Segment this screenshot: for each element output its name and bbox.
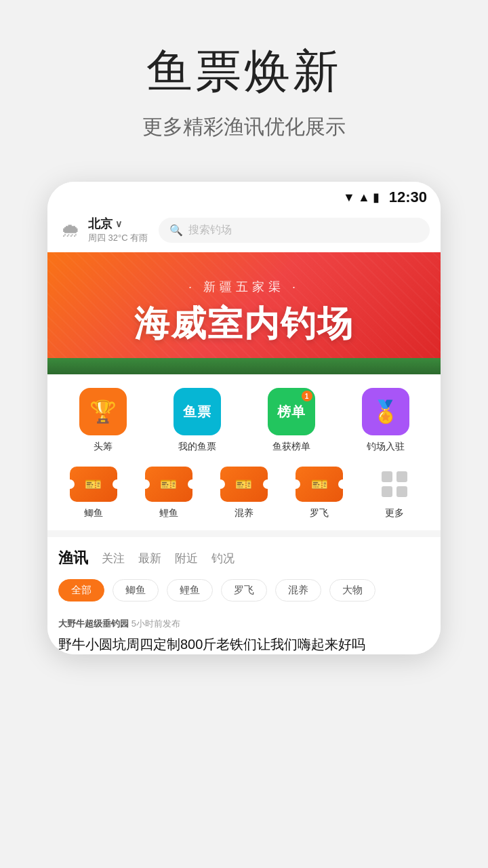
status-icons: ▼ ▲ ▮ [343, 190, 380, 205]
ticket-hunyang-icon: 🎫 [220, 467, 268, 502]
news-header: 渔讯 关注 最新 附近 钓况 [47, 537, 441, 574]
phone-mockup-wrap: ▼ ▲ ▮ 12:30 🌧 北京 ∨ 周四 32°C 有雨 [0, 168, 488, 654]
ticket-luofei-icon: 🎫 [296, 467, 343, 502]
banner-bg-decoration [47, 252, 441, 374]
filter-chip-liyu[interactable]: 鲤鱼 [167, 579, 213, 601]
ticket-icon-inner-hunyang: 🎫 [235, 476, 252, 492]
location-area[interactable]: 🌧 北京 ∨ 周四 32°C 有雨 [58, 216, 148, 244]
bangdan-label: 鱼获榜单 [272, 441, 310, 453]
quick-icons-row: 🏆 头筹 鱼票 我的鱼票 榜单 1 鱼获榜单 🏅 [47, 374, 441, 458]
city-row[interactable]: 北京 ∨ [88, 216, 148, 232]
cat-hunyang-label: 混养 [235, 507, 253, 519]
more-dots-grid [382, 471, 407, 497]
cat-luofei-label: 罗飞 [310, 507, 329, 519]
news-main-tab[interactable]: 渔讯 [58, 548, 88, 568]
news-tab-guanzhu[interactable]: 关注 [102, 551, 125, 566]
cloud-rain-icon: 🌧 [61, 219, 80, 241]
cat-item-liyu[interactable]: 🎫 鲫鱼 [60, 467, 127, 519]
yupiao-label: 我的鱼票 [178, 441, 216, 453]
news-tab-zuixin[interactable]: 最新 [138, 551, 161, 566]
category-row: 🎫 鲫鱼 🎫 鲤鱼 🎫 混养 🎫 罗飞 [47, 458, 441, 530]
dot-3 [382, 486, 392, 497]
ruzhu-label: 钓场入驻 [367, 441, 405, 453]
status-bar: ▼ ▲ ▮ 12:30 [47, 182, 441, 210]
phone-mockup: ▼ ▲ ▮ 12:30 🌧 北京 ∨ 周四 32°C 有雨 [47, 182, 441, 654]
news-tab-fujin[interactable]: 附近 [175, 551, 198, 566]
filter-chip-luofei[interactable]: 罗飞 [221, 579, 267, 601]
bangdan-icon-box: 榜单 1 [268, 388, 315, 435]
location-info: 北京 ∨ 周四 32°C 有雨 [88, 216, 148, 244]
touzhu-icon: 🏆 [89, 399, 117, 425]
dot-1 [382, 471, 392, 482]
ruzhu-icon: 🏅 [372, 399, 399, 425]
news-time-text: 5小时前发布 [131, 618, 180, 629]
bangdan-badge: 1 [302, 391, 312, 401]
cat-item-liyu2[interactable]: 🎫 鲤鱼 [135, 467, 203, 519]
banner-bottom-strip [47, 358, 441, 374]
news-filter-row: 全部 鲫鱼 鲤鱼 罗飞 混养 大物 [47, 574, 441, 610]
more-icon-box [371, 467, 418, 502]
news-source: 大野牛超级垂钓园 [58, 618, 129, 629]
battery-icon: ▮ [373, 190, 380, 205]
app-header: 🌧 北京 ∨ 周四 32°C 有雨 🔍 搜索钓场 [47, 210, 441, 252]
quick-item-ruzhu[interactable]: 🏅 钓场入驻 [352, 388, 420, 453]
cat-item-hunyang[interactable]: 🎫 混养 [210, 467, 278, 519]
filter-chip-jiyu[interactable]: 鲫鱼 [113, 579, 159, 601]
yupiao-icon-text: 鱼票 [183, 403, 211, 421]
quick-item-bangdan[interactable]: 榜单 1 鱼获榜单 [258, 388, 325, 453]
news-section: 渔讯 关注 最新 附近 钓况 全部 鲫鱼 鲤鱼 罗飞 混养 大物 大野牛超级垂钓… [47, 537, 441, 654]
search-placeholder: 搜索钓场 [188, 223, 232, 237]
news-card[interactable]: 大野牛超级垂钓园 5小时前发布 野牛小圆坑周四定制800斤老铁们让我们嗨起来好吗 [47, 610, 441, 654]
ticket-liyu-icon: 🎫 [70, 467, 117, 502]
weather-icon-wrap: 🌧 [58, 218, 83, 242]
signal-icon: ▲ [358, 191, 370, 205]
ruzhu-icon-box: 🏅 [362, 388, 409, 435]
chevron-down-icon: ∨ [115, 218, 122, 229]
dot-4 [396, 486, 407, 497]
touzhu-label: 头筹 [94, 441, 113, 453]
cat-liyu2-label: 鲤鱼 [159, 507, 178, 519]
cat-more-label: 更多 [385, 507, 404, 519]
main-title: 鱼票焕新 [27, 41, 461, 102]
search-icon: 🔍 [169, 224, 183, 237]
city-name: 北京 [88, 216, 113, 232]
ticket-icon-inner-liyu2: 🎫 [160, 476, 177, 492]
cat-item-luofei[interactable]: 🎫 罗飞 [285, 467, 353, 519]
ticket-icon-inner-luofei: 🎫 [311, 476, 328, 492]
search-bar[interactable]: 🔍 搜索钓场 [159, 218, 430, 243]
ticket-liyu2-icon: 🎫 [145, 467, 192, 502]
banner[interactable]: · 新疆五家渠 · 海威室内钓场 [47, 252, 441, 374]
quick-item-yupiao[interactable]: 鱼票 我的鱼票 [163, 388, 231, 453]
wifi-icon: ▼ [343, 191, 355, 205]
news-tab-diaozhang[interactable]: 钓况 [211, 551, 235, 566]
news-card-title: 野牛小圆坑周四定制800斤老铁们让我们嗨起来好吗 [58, 634, 430, 654]
filter-chip-dawu[interactable]: 大物 [329, 579, 375, 601]
section-divider [47, 530, 441, 537]
top-section: 鱼票焕新 更多精彩渔讯优化展示 [0, 0, 488, 168]
cat-item-more[interactable]: 更多 [361, 467, 428, 519]
bangdan-icon-text: 榜单 [277, 403, 306, 421]
news-card-meta: 大野牛超级垂钓园 5小时前发布 [58, 618, 430, 630]
status-time: 12:30 [389, 189, 427, 206]
quick-item-touzhu[interactable]: 🏆 头筹 [69, 388, 137, 453]
yupiao-icon-box: 鱼票 [174, 388, 221, 435]
cat-liyu-label: 鲫鱼 [84, 507, 103, 519]
dot-2 [396, 471, 407, 482]
sub-title: 更多精彩渔讯优化展示 [27, 113, 461, 141]
filter-chip-all[interactable]: 全部 [58, 579, 104, 601]
touzhu-icon-box: 🏆 [79, 388, 127, 435]
ticket-icon-inner-liyu: 🎫 [85, 476, 102, 492]
filter-chip-hunyang[interactable]: 混养 [275, 579, 321, 601]
weather-detail: 周四 32°C 有雨 [88, 232, 148, 244]
